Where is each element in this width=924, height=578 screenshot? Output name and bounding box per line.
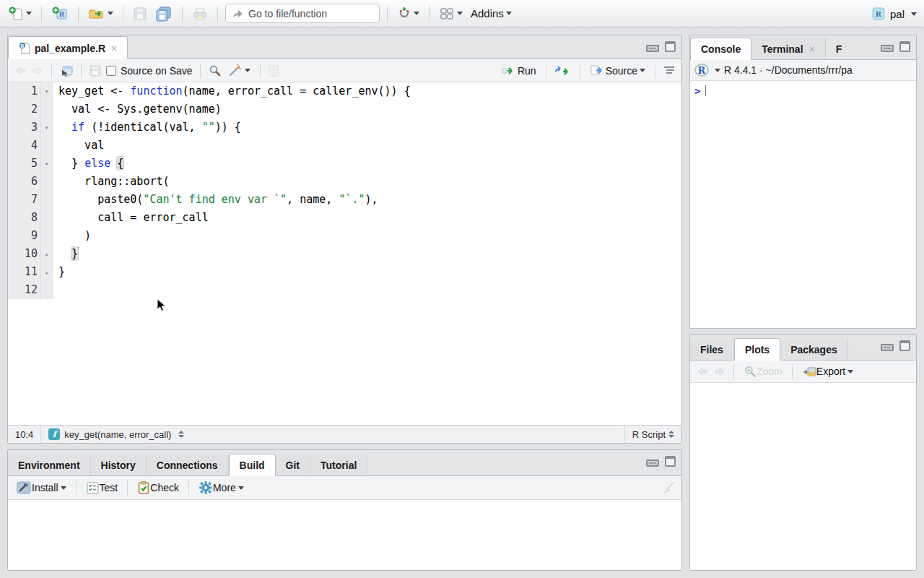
- maximize-icon[interactable]: [899, 41, 910, 52]
- maximize-icon[interactable]: [899, 340, 910, 351]
- compile-report-icon[interactable]: [268, 64, 279, 77]
- forward-icon[interactable]: [31, 65, 44, 77]
- code-line[interactable]: 11▴}: [8, 263, 681, 281]
- r-version-caret-icon[interactable]: [715, 69, 720, 72]
- plots-content[interactable]: [690, 383, 916, 570]
- code-line[interactable]: 1▾key_get <- function(name, error_call =…: [8, 82, 681, 100]
- check-button[interactable]: Check: [135, 479, 181, 496]
- code-line[interactable]: 3▾ if (!identical(val, "")) {: [8, 118, 681, 137]
- export-caret-icon[interactable]: [847, 370, 853, 374]
- pane-layout-button[interactable]: [437, 5, 465, 22]
- tab-packages[interactable]: Packages: [780, 339, 848, 360]
- fold-down-icon[interactable]: ▾: [41, 155, 53, 173]
- rstudio-window: R: [0, 0, 924, 578]
- document-outline-icon[interactable]: [663, 66, 676, 76]
- tab-connections[interactable]: Connections: [147, 454, 229, 475]
- pane-layout-caret-icon[interactable]: [457, 12, 463, 15]
- run-button[interactable]: Run: [500, 64, 539, 78]
- goto-file-search[interactable]: [225, 4, 380, 23]
- code-tools-caret-icon[interactable]: [245, 69, 250, 72]
- new-file-button[interactable]: [6, 4, 34, 23]
- print-button[interactable]: [190, 5, 210, 22]
- source-on-save-toggle[interactable]: Source on Save: [106, 65, 193, 77]
- install-button[interactable]: Install: [14, 479, 69, 496]
- separator: [188, 480, 189, 495]
- fold-up-icon[interactable]: ▴: [41, 263, 53, 281]
- scope-selector[interactable]: f key_get(name, error_call): [40, 426, 184, 443]
- test-button[interactable]: Test: [84, 480, 121, 496]
- code-line[interactable]: 6 rlang::abort(: [8, 173, 681, 191]
- fold-down-icon[interactable]: ▾: [41, 82, 53, 100]
- tab-tutorial[interactable]: Tutorial: [310, 454, 367, 475]
- code-line[interactable]: 5▾ } else {: [8, 155, 681, 173]
- addins-button[interactable]: Addins: [468, 6, 514, 21]
- code-editor[interactable]: 1▾key_get <- function(name, error_call =…: [8, 82, 681, 425]
- version-control-caret-icon[interactable]: [414, 12, 419, 15]
- terminal-close-icon[interactable]: ×: [809, 43, 815, 55]
- find-replace-icon[interactable]: [208, 64, 222, 77]
- tab-terminal[interactable]: Terminal ×: [751, 38, 826, 59]
- open-file-caret-icon[interactable]: [108, 12, 113, 15]
- more-caret-icon[interactable]: [238, 486, 244, 490]
- code-tools-button[interactable]: [226, 63, 253, 79]
- code-line[interactable]: 10▴ }: [8, 245, 681, 263]
- tab-connections-label: Connections: [157, 460, 218, 471]
- minimize-icon[interactable]: [646, 45, 659, 52]
- tab-history[interactable]: History: [91, 454, 147, 475]
- save-all-button[interactable]: [153, 4, 175, 23]
- project-caret-icon[interactable]: [911, 12, 917, 16]
- code-line[interactable]: 8 call = error_call: [8, 209, 681, 227]
- tab-console[interactable]: Console: [690, 38, 751, 60]
- console-output[interactable]: >: [690, 81, 916, 328]
- code-line[interactable]: 9 ): [8, 227, 681, 245]
- tab-background-jobs[interactable]: F: [826, 38, 853, 59]
- rerun-icon[interactable]: [554, 65, 572, 77]
- zoom-plot-button[interactable]: Zoom: [741, 364, 785, 379]
- source-caret-icon[interactable]: [640, 69, 645, 72]
- file-type-selector[interactable]: R Script: [624, 426, 674, 443]
- addins-caret-icon[interactable]: [506, 12, 512, 15]
- tab-close-icon[interactable]: ×: [111, 43, 117, 54]
- source-button[interactable]: Source: [588, 63, 648, 78]
- tab-git[interactable]: Git: [276, 454, 310, 475]
- tab-pal-example[interactable]: R pal_example.R ×: [8, 36, 128, 59]
- source-on-save-checkbox[interactable]: [106, 66, 116, 76]
- minimize-icon[interactable]: [646, 460, 659, 467]
- plot-forward-icon[interactable]: [713, 366, 726, 377]
- save-button[interactable]: [131, 5, 149, 22]
- new-project-button[interactable]: R: [49, 4, 71, 23]
- fold-up-icon[interactable]: ▴: [41, 245, 53, 263]
- tab-console-label: Console: [701, 43, 741, 55]
- source-statusbar: 10:4 f key_get(name, error_call) R Scrip…: [8, 425, 681, 443]
- console-tabbar: Console Terminal × F: [690, 35, 916, 60]
- clear-broom-icon[interactable]: [660, 480, 676, 495]
- maximize-icon[interactable]: [665, 41, 676, 52]
- minimize-icon[interactable]: [881, 45, 894, 52]
- open-in-new-window-icon[interactable]: [59, 64, 74, 77]
- new-file-caret-icon[interactable]: [26, 12, 32, 15]
- code-line[interactable]: 12: [8, 281, 681, 299]
- version-control-button[interactable]: [395, 4, 422, 23]
- fold-down-icon[interactable]: ▾: [41, 118, 53, 137]
- open-file-button[interactable]: [86, 5, 116, 22]
- tab-build[interactable]: Build: [229, 454, 276, 476]
- tab-environment[interactable]: Environment: [8, 454, 91, 475]
- install-caret-icon[interactable]: [61, 486, 66, 490]
- plot-back-icon[interactable]: [696, 366, 709, 377]
- export-plot-button[interactable]: Export: [800, 364, 855, 379]
- maximize-icon[interactable]: [665, 456, 676, 467]
- goto-file-input[interactable]: [248, 8, 364, 20]
- tab-files[interactable]: Files: [690, 339, 734, 360]
- more-label: More: [213, 482, 236, 493]
- code-line[interactable]: 7 paste0("Can't find env var `", name, "…: [8, 191, 681, 209]
- minimize-icon[interactable]: [881, 344, 894, 351]
- code-line[interactable]: 2 val <- Sys.getenv(name): [8, 100, 681, 118]
- build-content[interactable]: [8, 500, 681, 570]
- save-document-icon[interactable]: [89, 64, 102, 77]
- project-menu[interactable]: R pal: [871, 0, 917, 27]
- more-button[interactable]: More: [196, 479, 246, 496]
- tab-plots[interactable]: Plots: [734, 338, 780, 361]
- check-label: Check: [150, 482, 179, 493]
- back-icon[interactable]: [14, 65, 27, 77]
- code-line[interactable]: 4 val: [8, 137, 681, 155]
